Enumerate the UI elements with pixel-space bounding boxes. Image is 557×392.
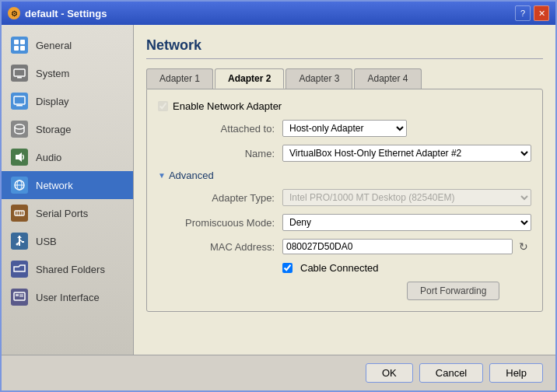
advanced-triangle-icon: ▼ xyxy=(158,171,166,180)
name-row: Name: VirtualBox Host-Only Ethernet Adap… xyxy=(158,145,531,162)
attached-to-label: Attached to: xyxy=(158,123,275,135)
advanced-toggle[interactable]: ▼ Advanced xyxy=(158,170,531,181)
window-title: default - Settings xyxy=(25,8,107,19)
promiscuous-mode-label: Promiscuous Mode: xyxy=(158,217,275,229)
sidebar-item-audio[interactable]: Audio xyxy=(2,143,133,171)
enable-adapter-checkbox[interactable] xyxy=(158,101,168,111)
advanced-label: Advanced xyxy=(169,170,214,181)
title-bar-left: ⚙ default - Settings xyxy=(8,7,107,19)
sidebar-label-system: System xyxy=(36,68,69,79)
sidebar-item-network[interactable]: Network xyxy=(2,171,133,199)
svg-rect-4 xyxy=(14,69,25,76)
sidebar-label-shared-folders: Shared Folders xyxy=(36,264,105,275)
tab-content: Enable Network Adapter Attached to: Host… xyxy=(146,89,543,312)
svg-marker-9 xyxy=(16,152,22,162)
svg-rect-20 xyxy=(22,241,24,243)
cancel-button[interactable]: Cancel xyxy=(419,363,483,383)
app-icon: ⚙ xyxy=(8,7,20,19)
attached-to-select[interactable]: Host-only Adapter Not attached NAT Bridg… xyxy=(282,120,407,137)
enable-adapter-label: Enable Network Adapter xyxy=(173,100,282,112)
svg-rect-1 xyxy=(20,40,25,44)
name-label: Name: xyxy=(158,148,275,159)
promiscuous-mode-control: Deny Allow VMs Allow All xyxy=(282,214,531,231)
user-interface-icon xyxy=(11,289,28,306)
help-titlebar-button[interactable]: ? xyxy=(515,5,531,21)
sidebar-label-usb: USB xyxy=(36,236,57,247)
mac-address-row: MAC Address: ↻ xyxy=(158,239,531,254)
attached-to-row: Attached to: Host-only Adapter Not attac… xyxy=(158,120,531,137)
svg-rect-2 xyxy=(14,46,19,51)
promiscuous-mode-row: Promiscuous Mode: Deny Allow VMs Allow A… xyxy=(158,214,531,231)
adapter-type-select: Intel PRO/1000 MT Desktop (82540EM) xyxy=(282,189,531,206)
mac-refresh-button[interactable]: ↻ xyxy=(516,239,531,254)
storage-icon xyxy=(11,121,28,138)
tab-adapter1[interactable]: Adapter 1 xyxy=(146,68,213,89)
usb-icon xyxy=(11,233,28,250)
help-button[interactable]: Help xyxy=(489,363,543,383)
adapter-type-control: Intel PRO/1000 MT Desktop (82540EM) xyxy=(282,189,531,206)
svg-rect-23 xyxy=(16,294,19,296)
content-area: General System Display Storage xyxy=(2,25,555,355)
ok-button[interactable]: OK xyxy=(366,363,413,383)
network-icon xyxy=(11,177,28,194)
svg-rect-6 xyxy=(14,96,25,104)
title-bar: ⚙ default - Settings ? ✕ xyxy=(2,2,555,25)
sidebar-item-storage[interactable]: Storage xyxy=(2,115,133,143)
name-control: VirtualBox Host-Only Ethernet Adapter #2 xyxy=(282,145,531,162)
close-button[interactable]: ✕ xyxy=(534,5,549,21)
mac-address-label: MAC Address: xyxy=(158,241,275,253)
main-panel: Network Adapter 1 Adapter 2 Adapter 3 Ad… xyxy=(134,25,555,355)
sidebar-item-shared-folders[interactable]: Shared Folders xyxy=(2,255,133,283)
mac-address-control: ↻ xyxy=(282,239,531,254)
main-window: ⚙ default - Settings ? ✕ General System xyxy=(0,0,557,392)
adapter-tabs: Adapter 1 Adapter 2 Adapter 3 Adapter 4 xyxy=(146,68,543,89)
system-icon xyxy=(11,65,28,82)
port-forwarding-container: Port Forwarding xyxy=(282,282,531,300)
adapter-type-label: Adapter Type: xyxy=(158,192,275,204)
svg-rect-7 xyxy=(16,105,23,107)
svg-point-8 xyxy=(15,124,24,129)
promiscuous-mode-select[interactable]: Deny Allow VMs Allow All xyxy=(282,214,531,231)
serial-ports-icon xyxy=(11,205,28,222)
cable-connected-checkbox[interactable] xyxy=(282,263,293,273)
svg-point-21 xyxy=(16,243,19,246)
adapter-type-row: Adapter Type: Intel PRO/1000 MT Desktop … xyxy=(158,189,531,206)
svg-rect-5 xyxy=(17,77,22,79)
sidebar: General System Display Storage xyxy=(2,25,134,355)
shared-folders-icon xyxy=(11,261,28,278)
sidebar-item-user-interface[interactable]: User Interface xyxy=(2,283,133,311)
sidebar-item-general[interactable]: General xyxy=(2,31,133,59)
sidebar-item-display[interactable]: Display xyxy=(2,87,133,115)
general-icon xyxy=(11,37,28,54)
footer: OK Cancel Help xyxy=(2,355,555,390)
enable-adapter-row: Enable Network Adapter xyxy=(158,100,531,112)
audio-icon xyxy=(11,149,28,166)
port-forwarding-button[interactable]: Port Forwarding xyxy=(407,282,499,300)
sidebar-item-system[interactable]: System xyxy=(2,59,133,87)
sidebar-label-serial-ports: Serial Ports xyxy=(36,208,88,219)
section-title: Network xyxy=(146,37,543,59)
name-select[interactable]: VirtualBox Host-Only Ethernet Adapter #2 xyxy=(282,145,531,162)
sidebar-label-general: General xyxy=(36,40,72,51)
sidebar-item-usb[interactable]: USB xyxy=(2,227,133,255)
svg-rect-3 xyxy=(20,46,25,51)
attached-to-control: Host-only Adapter Not attached NAT Bridg… xyxy=(282,120,531,137)
sidebar-label-display: Display xyxy=(36,96,69,107)
tab-adapter2[interactable]: Adapter 2 xyxy=(215,68,284,89)
svg-rect-0 xyxy=(14,40,19,44)
cable-connected-row: Cable Connected xyxy=(282,262,531,274)
sidebar-label-audio: Audio xyxy=(36,152,61,163)
sidebar-item-serial-ports[interactable]: Serial Ports xyxy=(2,199,133,227)
title-bar-buttons: ? ✕ xyxy=(515,5,549,21)
tab-adapter3[interactable]: Adapter 3 xyxy=(286,68,352,89)
sidebar-label-network: Network xyxy=(36,180,73,191)
tab-adapter4[interactable]: Adapter 4 xyxy=(354,68,421,89)
display-icon xyxy=(11,93,28,110)
sidebar-label-storage: Storage xyxy=(36,124,72,135)
cable-connected-label: Cable Connected xyxy=(300,262,378,274)
mac-address-input[interactable] xyxy=(282,239,513,254)
sidebar-label-user-interface: User Interface xyxy=(36,292,100,303)
